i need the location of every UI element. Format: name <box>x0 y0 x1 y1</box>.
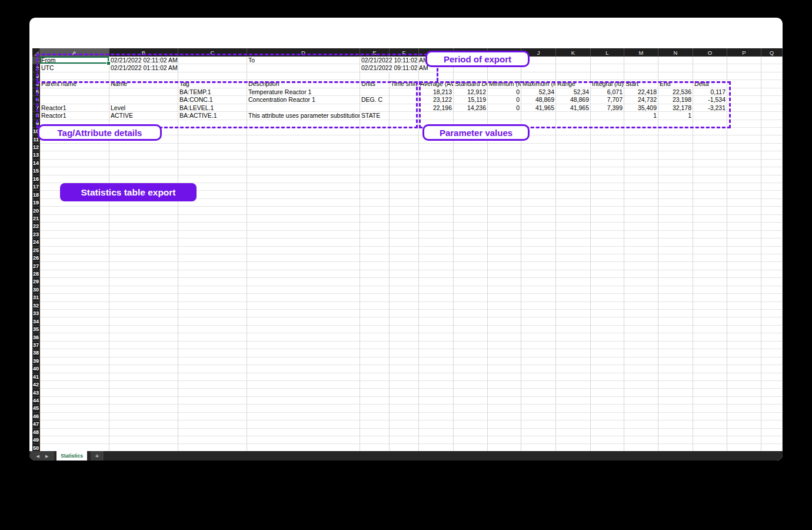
cell-F48[interactable] <box>390 429 419 436</box>
row-header-16[interactable]: 16 <box>32 175 40 183</box>
cell-E49[interactable] <box>360 436 390 444</box>
cell-N38[interactable] <box>658 349 693 357</box>
cell-A44[interactable] <box>40 397 109 405</box>
cell-M23[interactable] <box>624 231 658 238</box>
cell-D45[interactable] <box>247 405 360 412</box>
cell-M20[interactable] <box>624 207 658 214</box>
cell-N32[interactable] <box>658 302 693 310</box>
cell-H15[interactable] <box>454 167 488 175</box>
cell-L43[interactable] <box>591 389 624 396</box>
cell-Q21[interactable] <box>761 215 783 223</box>
cell-B12[interactable] <box>109 144 178 151</box>
cell-M2[interactable] <box>624 64 658 72</box>
cell-H20[interactable] <box>454 207 488 214</box>
cell-A49[interactable] <box>40 436 109 444</box>
cell-M14[interactable] <box>624 160 658 167</box>
cell-A35[interactable] <box>40 326 109 333</box>
cell-E5[interactable] <box>360 88 390 96</box>
cell-O1[interactable] <box>693 57 727 64</box>
cell-I48[interactable] <box>488 429 521 436</box>
cell-K17[interactable] <box>556 183 591 191</box>
cell-J48[interactable] <box>521 429 556 436</box>
cell-G22[interactable] <box>419 223 454 230</box>
cell-L46[interactable] <box>591 413 624 420</box>
cell-P10[interactable] <box>727 128 761 135</box>
row-header-15[interactable]: 15 <box>32 167 40 175</box>
row-header-4[interactable]: 4 <box>32 80 40 88</box>
cell-C20[interactable] <box>178 207 247 214</box>
cell-K40[interactable] <box>556 365 591 373</box>
cell-D20[interactable] <box>247 207 360 214</box>
cell-K1[interactable] <box>556 57 591 64</box>
cell-H17[interactable] <box>454 183 488 191</box>
cell-M5[interactable]: 22,418 <box>624 88 658 96</box>
cell-E30[interactable] <box>360 286 390 294</box>
cell-H26[interactable] <box>454 254 488 262</box>
cell-C38[interactable] <box>178 349 247 357</box>
cell-C45[interactable] <box>178 405 247 412</box>
cell-H4[interactable]: Standard Dev <box>454 80 488 88</box>
cell-F44[interactable] <box>390 397 419 405</box>
cell-G6[interactable]: 23,122 <box>419 96 454 104</box>
cell-K24[interactable] <box>556 238 591 246</box>
cell-J31[interactable] <box>521 294 556 302</box>
cell-B7[interactable]: Level <box>109 104 178 112</box>
cell-O41[interactable] <box>693 373 727 381</box>
cell-O6[interactable]: -1,534 <box>693 96 727 104</box>
cell-O48[interactable] <box>693 429 727 436</box>
cell-P25[interactable] <box>727 247 761 254</box>
cell-D21[interactable] <box>247 215 360 223</box>
cell-C42[interactable] <box>178 381 247 389</box>
row-header-38[interactable]: 38 <box>32 349 40 357</box>
cell-K48[interactable] <box>556 429 591 436</box>
cell-F6[interactable] <box>390 96 419 104</box>
cell-N34[interactable] <box>658 317 693 325</box>
cell-M46[interactable] <box>624 413 658 420</box>
cell-L19[interactable] <box>591 199 624 207</box>
row-header-37[interactable]: 37 <box>32 342 40 349</box>
cell-J29[interactable] <box>521 278 556 286</box>
cell-B14[interactable] <box>109 160 178 167</box>
cell-J22[interactable] <box>521 223 556 230</box>
cell-N24[interactable] <box>658 238 693 246</box>
cell-I29[interactable] <box>488 278 521 286</box>
cell-A16[interactable] <box>40 175 109 183</box>
row-header-8[interactable]: 8 <box>32 112 40 120</box>
cell-E35[interactable] <box>360 326 390 333</box>
cell-A29[interactable] <box>40 278 109 286</box>
cell-L37[interactable] <box>591 342 624 349</box>
cell-N19[interactable] <box>658 199 693 207</box>
cell-N13[interactable] <box>658 151 693 159</box>
cell-E8[interactable]: STATE <box>360 112 390 120</box>
cell-L9[interactable] <box>591 120 624 128</box>
cell-D13[interactable] <box>247 151 360 159</box>
cell-L11[interactable] <box>591 135 624 143</box>
cell-F43[interactable] <box>390 389 419 396</box>
cell-L25[interactable] <box>591 247 624 254</box>
cell-P11[interactable] <box>727 135 761 143</box>
row-header-20[interactable]: 20 <box>32 207 40 214</box>
cell-M44[interactable] <box>624 397 658 405</box>
cell-M29[interactable] <box>624 278 658 286</box>
cell-F22[interactable] <box>390 223 419 230</box>
cell-K32[interactable] <box>556 302 591 310</box>
cell-D27[interactable] <box>247 262 360 270</box>
cell-M45[interactable] <box>624 405 658 412</box>
cell-K25[interactable] <box>556 247 591 254</box>
cell-Q23[interactable] <box>761 231 783 238</box>
cell-I24[interactable] <box>488 238 521 246</box>
cell-D25[interactable] <box>247 247 360 254</box>
cell-M32[interactable] <box>624 302 658 310</box>
cell-E38[interactable] <box>360 349 390 357</box>
cell-F32[interactable] <box>390 302 419 310</box>
cell-J5[interactable]: 52,34 <box>521 88 556 96</box>
cell-K18[interactable] <box>556 191 591 198</box>
cell-N2[interactable] <box>658 64 693 72</box>
column-header-L[interactable]: L <box>591 48 624 57</box>
cell-A24[interactable] <box>40 238 109 246</box>
cell-L18[interactable] <box>591 191 624 198</box>
cell-P3[interactable] <box>727 72 761 80</box>
cell-O5[interactable]: 0,117 <box>693 88 727 96</box>
cell-Q16[interactable] <box>761 175 783 183</box>
cell-M13[interactable] <box>624 151 658 159</box>
